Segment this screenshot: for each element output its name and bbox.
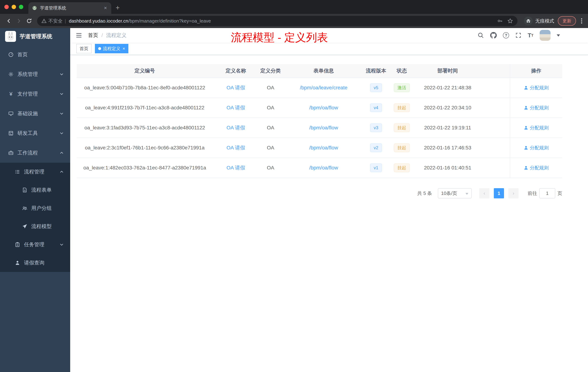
table-row: oa_leave:1:482ec033-762a-11ec-8477-a2380… [77, 158, 562, 178]
browser-tab[interactable]: 芋道管理系统 × [28, 2, 111, 14]
update-button[interactable]: 更新 [558, 16, 576, 26]
sidebar-item-process-manage[interactable]: 流程管理 [0, 163, 70, 181]
table-row: oa_leave:2:3c1f0ef1-76b1-11ec-9c66-a2380… [77, 138, 562, 158]
header-definition-id: 定义编号 [77, 64, 213, 77]
window-zoom-button[interactable] [19, 5, 23, 9]
assign-rule-link[interactable]: 分配规则 [524, 105, 549, 111]
page-number-button[interactable]: 1 [494, 188, 504, 198]
form-info-link[interactable]: /bpm/oa/flow [309, 165, 338, 171]
definition-name-link[interactable]: OA 请假 [227, 144, 245, 151]
tab-close-icon[interactable]: × [103, 5, 108, 11]
next-page-button[interactable]: › [508, 188, 519, 198]
infrastructure-icon [8, 111, 14, 117]
sidebar-item-task-manage[interactable]: 任务管理 [0, 236, 70, 254]
table-row: oa_leave:5:004b710b-7b8a-11ec-8ef0-acde4… [77, 78, 562, 98]
header-status: 状态 [387, 64, 417, 77]
help-icon[interactable]: ? [503, 32, 509, 38]
chevron-down-icon [60, 243, 64, 247]
header-deploy-time: 部署时间 [417, 64, 479, 77]
new-tab-button[interactable]: + [116, 4, 120, 12]
tag-process-definition[interactable]: 流程定义 × [95, 44, 128, 53]
tab-title: 芋道管理系统 [40, 5, 103, 11]
sidebar-item-system[interactable]: 系统管理 [0, 65, 70, 84]
security-label[interactable]: 不安全 [48, 18, 63, 24]
sidebar-item-infrastructure[interactable]: 基础设施 [0, 104, 70, 123]
fullscreen-icon[interactable] [515, 32, 521, 38]
status-badge: 激活 [394, 83, 410, 92]
form-info-link[interactable]: /bpm/oa/leave/create [300, 85, 347, 91]
reload-button[interactable] [24, 16, 34, 26]
status-badge: 挂起 [394, 123, 410, 132]
page-size-select[interactable]: 10条/页 [438, 188, 472, 198]
user-icon [524, 145, 528, 150]
workflow-icon [8, 150, 14, 156]
assign-rule-link[interactable]: 分配规则 [524, 85, 549, 91]
active-tag-dot [98, 47, 101, 50]
form-info-link[interactable]: /bpm/oa/flow [309, 145, 338, 151]
sidebar-item-devtools[interactable]: 研发工具 [0, 123, 70, 143]
task-manage-icon [15, 242, 20, 248]
definition-category: OA [259, 78, 282, 98]
font-size-icon[interactable]: TT [528, 32, 534, 39]
tag-close-icon[interactable]: × [123, 46, 125, 51]
definition-id: oa_leave:5:004b710b-7b8a-11ec-8ef0-acde4… [77, 78, 213, 98]
sidebar-logo[interactable]: 芋道管理系统 [0, 28, 70, 45]
search-icon[interactable] [477, 32, 484, 39]
github-icon[interactable] [490, 32, 497, 39]
chevron-down-icon [60, 72, 64, 76]
goto-label: 前往 [528, 190, 537, 197]
address-bar[interactable]: 不安全 | dashboard.yudao.iocoder.cn/bpm/man… [37, 16, 517, 26]
avatar-caret-icon[interactable] [557, 34, 560, 38]
definition-name-link[interactable]: OA 请假 [227, 164, 245, 171]
bookmark-star-icon[interactable] [507, 18, 513, 24]
avatar[interactable] [540, 30, 551, 41]
definition-id: oa_leave:3:1fad3d93-7b75-11ec-a3c8-acde4… [77, 118, 213, 138]
sidebar-item-payment[interactable]: ¥ 支付管理 [0, 84, 70, 104]
breadcrumb-home[interactable]: 首页 [88, 32, 98, 39]
chevron-up-icon [60, 151, 64, 155]
form-info-link[interactable]: /bpm/oa/flow [309, 125, 338, 131]
sidebar-item-leave-query[interactable]: 请假查询 [0, 254, 70, 272]
definition-name-link[interactable]: OA 请假 [227, 104, 245, 111]
assign-rule-link[interactable]: 分配规则 [524, 165, 549, 171]
table-row: oa_leave:3:1fad3d93-7b75-11ec-a3c8-acde4… [77, 118, 562, 138]
header-definition-name: 定义名称 [213, 64, 259, 77]
incognito-chip: 无痕模式 [524, 17, 554, 25]
sidebar-item-process-form[interactable]: 流程表单 [0, 181, 70, 199]
payment-icon: ¥ [8, 91, 14, 97]
browser-menu-icon[interactable] [579, 17, 584, 25]
breadcrumb-separator: / [101, 33, 103, 38]
dashboard-icon [8, 52, 14, 57]
pagination: 共 5 条 10条/页 ‹ 1 › 前往 页 [77, 188, 562, 198]
sidebar-item-user-group[interactable]: 用户分组 [0, 199, 70, 217]
hamburger-icon[interactable] [76, 32, 82, 39]
header-definition-category: 定义分类 [259, 64, 282, 77]
sidebar-item-workflow[interactable]: 工作流程 [0, 143, 70, 163]
back-button[interactable] [4, 16, 14, 26]
status-badge: 挂起 [394, 143, 410, 152]
tag-home[interactable]: 首页 [76, 44, 92, 53]
definition-table: 定义编号 定义名称 定义分类 表单信息 流程版本 状态 部署时间 操作 oa_l… [77, 64, 562, 178]
definition-name-link[interactable]: OA 请假 [227, 84, 245, 91]
goto-page-input[interactable] [539, 188, 555, 198]
assign-rule-link[interactable]: 分配规则 [524, 125, 549, 131]
version-badge: v2 [370, 143, 382, 152]
chevron-down-icon [60, 111, 64, 116]
window-minimize-button[interactable] [12, 5, 16, 9]
header-actions: 操作 [510, 64, 562, 77]
form-info-link[interactable]: /bpm/oa/flow [309, 105, 338, 111]
prev-page-button[interactable]: ‹ [479, 188, 489, 198]
table-header-row: 定义编号 定义名称 定义分类 表单信息 流程版本 状态 部署时间 操作 [77, 64, 562, 78]
process-model-icon [22, 223, 28, 229]
definition-name-link[interactable]: OA 请假 [227, 124, 245, 131]
user-icon [524, 125, 528, 130]
process-manage-icon [15, 169, 20, 175]
assign-rule-link[interactable]: 分配规则 [524, 145, 549, 151]
forward-button[interactable] [14, 16, 24, 26]
sidebar-item-home[interactable]: 首页 [0, 45, 70, 65]
sidebar-item-process-model[interactable]: 流程模型 [0, 217, 70, 236]
user-icon [524, 105, 528, 110]
header-form-info: 表单信息 [282, 64, 365, 77]
key-icon[interactable] [497, 18, 503, 24]
window-close-button[interactable] [4, 5, 9, 9]
